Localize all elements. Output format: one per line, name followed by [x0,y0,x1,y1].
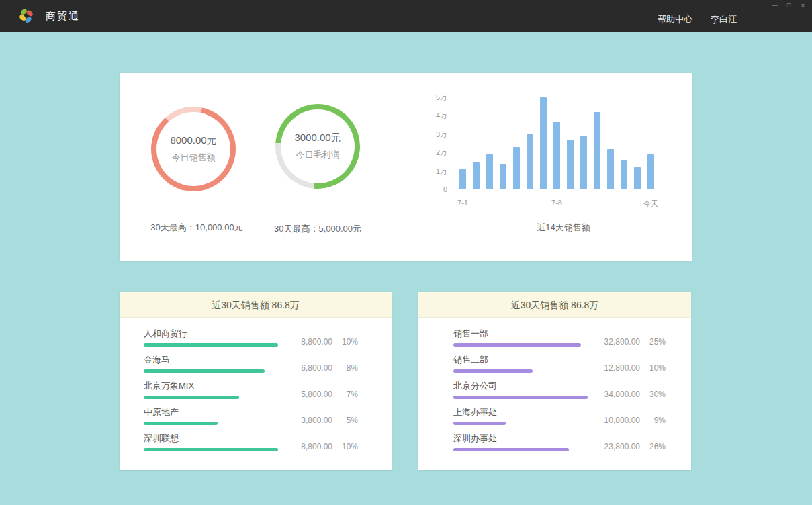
row-value: 34,800.0030% [592,389,666,399]
list-item: 销售二部12,800.0010% [453,355,666,381]
chart-caption: 近14天销售额 [459,222,668,234]
sales-14d-chart: 5万4万3万2万1万0 7-17-8今天 近14天销售额 [415,93,684,250]
list-item: 深圳办事处23,800.0026% [453,433,666,459]
row-value: 6,800.008% [284,363,358,373]
row-value: 3,800.005% [284,416,358,425]
x-tick-label: 7-1 [457,199,468,207]
titlebar-right: 帮助中心 李白江 [658,7,737,32]
today-profit-donut: 3000.00元 今日毛利润 [275,104,360,189]
window-controls: — □ × [771,1,807,9]
today-profit-center: 3000.00元 今日毛利润 [281,109,355,183]
close-icon[interactable]: × [799,1,807,9]
app-window: 商贸通 帮助中心 李白江 — □ × 8000.00元 今日销售额 30天最高：… [0,0,812,505]
progress-bar [144,422,218,425]
app-logo-icon [18,7,35,24]
progress-bar [144,396,239,399]
today-profit-value: 3000.00元 [294,132,341,144]
x-tick-label: 7-8 [551,199,562,207]
today-sales-center: 8000.00元 今日销售额 [156,112,230,186]
list-item: 人和商贸行8,800.0010% [144,328,358,355]
app-title: 商贸通 [46,0,80,32]
list-item: 北京分公司34,800.0030% [453,381,666,407]
list-item: 北京万象MIX5,800.007% [144,381,358,407]
maximize-icon[interactable]: □ [785,1,793,9]
row-value: 23,800.0026% [592,442,666,451]
progress-bar [453,369,533,373]
row-value: 10,800.009% [592,416,666,425]
today-sales-label: 今日销售额 [172,152,216,164]
row-value: 12,800.0010% [592,363,666,373]
customer-card-title: 近30天销售额 86.8万 [120,292,392,318]
progress-bar [453,422,506,425]
row-value: 8,800.0010% [284,337,358,347]
customer-rows: 人和商贸行8,800.0010%金海马6,800.008%北京万象MIX5,80… [120,318,392,459]
department-card-title: 近30天销售额 86.8万 [418,292,691,318]
minimize-icon[interactable]: — [771,1,778,9]
list-item: 深圳联想8,800.0010% [144,433,358,459]
today-profit-label: 今日毛利润 [296,149,340,161]
today-sales-value: 8000.00元 [170,134,216,147]
customer-sales-card: 近30天销售额 86.8万 人和商贸行8,800.0010%金海马6,800.0… [120,292,392,470]
list-item: 上海办事处10,800.009% [453,407,666,433]
titlebar: 商贸通 帮助中心 李白江 — □ × [0,0,812,32]
progress-bar [144,448,278,451]
profit-30d-max: 30天最高：5,000.00元 [251,223,385,235]
progress-bar [144,343,278,347]
list-item: 中原地产3,800.005% [144,407,358,433]
row-value: 5,800.007% [284,389,358,399]
overview-card: 8000.00元 今日销售额 30天最高：10,000.00元 3000.00元… [120,73,692,261]
help-center-link[interactable]: 帮助中心 [658,13,692,26]
row-value: 32,800.0025% [592,337,666,347]
today-sales-donut: 8000.00元 今日销售额 [151,107,236,191]
list-item: 金海马6,800.008% [144,355,358,381]
user-menu[interactable]: 李白江 [711,13,737,26]
list-item: 销售一部32,800.0025% [453,328,666,355]
row-value: 8,800.0010% [284,442,358,451]
progress-bar [453,448,569,451]
department-rows: 销售一部32,800.0025%销售二部12,800.0010%北京分公司34,… [418,318,691,459]
progress-bar [144,369,265,373]
progress-bar [453,343,581,347]
x-tick-label: 今天 [643,199,658,209]
department-sales-card: 近30天销售额 86.8万 销售一部32,800.0025%销售二部12,800… [418,292,691,470]
progress-bar [453,396,588,399]
